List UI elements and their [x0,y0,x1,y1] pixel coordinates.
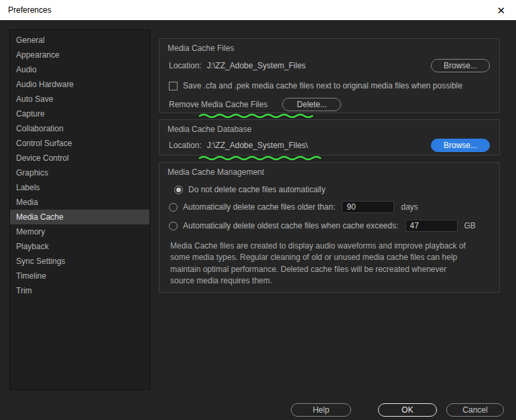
sidebar-item-trim[interactable]: Trim [10,283,149,298]
sidebar-item-sync-settings[interactable]: Sync Settings [10,254,149,269]
older-than-days-input[interactable] [342,201,394,213]
exceeds-unit-label: GB [464,221,476,230]
sidebar-item-device-control[interactable]: Device Control [10,151,149,165]
save-next-row[interactable]: Save .cfa and .pek media cache files nex… [169,81,490,90]
location-row: Location: J:\ZZ_Adobe_System_Files Brows… [169,59,490,72]
cache-database-location-value: J:\ZZ_Adobe_System_Files\ [207,141,308,150]
sidebar-item-appearance[interactable]: Appearance [10,48,149,62]
radio-no-delete-row[interactable]: Do not delete cache files automatically [174,185,490,194]
remove-cache-label: Remove Media Cache Files [169,100,267,109]
cache-database-browse-button[interactable]: Browse... [431,139,490,152]
group-title: Media Cache Database [168,125,499,134]
sidebar-item-memory[interactable]: Memory [10,224,149,239]
media-cache-files-group: Media Cache Files Location: J:\ZZ_Adobe_… [159,38,500,113]
cache-files-browse-button[interactable]: Browse... [431,59,490,72]
delete-cache-button[interactable]: Delete... [282,98,341,111]
sidebar-item-audio-hardware[interactable]: Audio Hardware [10,77,149,92]
radio-older-than-row[interactable]: Automatically delete cache files older t… [169,201,490,213]
location-row: Location: J:\ZZ_Adobe_System_Files\ Brow… [169,139,490,152]
sidebar-item-general[interactable]: General [10,33,149,48]
sidebar-item-media-cache[interactable]: Media Cache [10,210,149,224]
annotation-squiggle [198,155,324,161]
radio-no-delete[interactable] [174,186,183,194]
window-title: Preferences [8,5,52,15]
remove-cache-row: Remove Media Cache Files Delete... [169,98,490,111]
sidebar-item-playback[interactable]: Playback [10,239,149,254]
radio-exceeds[interactable] [169,222,178,230]
location-label: Location: [169,141,202,150]
sidebar-item-graphics[interactable]: Graphics [10,165,149,180]
group-title: Media Cache Management [168,167,499,177]
radio-older-than-label: Automatically delete cache files older t… [183,202,335,212]
preferences-category-list: General Appearance Audio Audio Hardware … [9,29,150,390]
sidebar-item-media[interactable]: Media [10,195,149,210]
group-title: Media Cache Files [168,44,499,53]
close-icon[interactable]: ✕ [494,4,508,17]
radio-exceeds-label: Automatically delete oldest cache files … [183,221,399,230]
save-next-checkbox-label: Save .cfa and .pek media cache files nex… [183,81,462,90]
save-next-checkbox[interactable] [169,82,178,90]
sidebar-item-audio[interactable]: Audio [10,62,149,77]
sidebar-item-collaboration[interactable]: Collaboration [10,121,149,136]
location-label: Location: [169,61,202,70]
sidebar-item-labels[interactable]: Labels [10,180,149,195]
dialog-body: General Appearance Audio Audio Hardware … [0,20,516,420]
media-cache-database-group: Media Cache Database Location: J:\ZZ_Ado… [159,119,500,155]
older-than-unit-label: days [401,202,417,212]
ok-button[interactable]: OK [378,403,437,417]
radio-older-than[interactable] [169,203,178,212]
sidebar-item-auto-save[interactable]: Auto Save [10,92,149,107]
exceeds-gb-input[interactable] [405,220,458,232]
cache-files-location-value: J:\ZZ_Adobe_System_Files [207,61,306,70]
sidebar-item-capture[interactable]: Capture [10,107,149,121]
cache-management-description: Media Cache files are created to display… [170,240,471,287]
dialog-footer: Help OK Cancel [291,403,504,417]
titlebar: Preferences ✕ [0,0,516,20]
radio-no-delete-label: Do not delete cache files automatically [188,185,326,194]
help-button[interactable]: Help [291,403,351,417]
sidebar-item-timeline[interactable]: Timeline [10,269,149,283]
cancel-button[interactable]: Cancel [446,403,504,417]
sidebar-item-control-surface[interactable]: Control Surface [10,136,149,151]
radio-exceeds-row[interactable]: Automatically delete oldest cache files … [169,220,490,232]
media-cache-management-group: Media Cache Management Do not delete cac… [159,162,500,293]
annotation-squiggle [198,113,316,119]
preferences-dialog: Preferences ✕ General Appearance Audio A… [0,0,516,420]
